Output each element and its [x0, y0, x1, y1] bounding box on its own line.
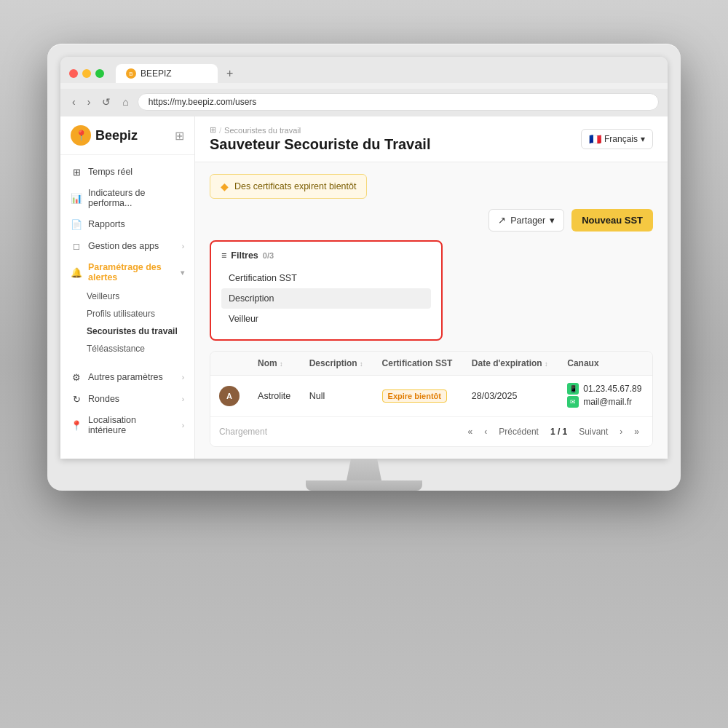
- close-button[interactable]: [69, 69, 78, 78]
- table-row: A Astrolite Null Expire bientôt 28/03/20…: [210, 376, 652, 417]
- tab-title: BEEPIZ: [141, 68, 172, 79]
- sidebar-item-parametrage[interactable]: 🔔 Paramétrage des alertes ▾: [60, 257, 194, 288]
- share-label: Partager: [510, 215, 545, 226]
- pagination-controls: « ‹ Précédent 1 / 1 Suivant › »: [464, 424, 644, 439]
- grid-icon[interactable]: ⊞: [175, 129, 184, 143]
- breadcrumb-home: ⊞: [210, 125, 216, 135]
- filter-count: 0/3: [263, 251, 274, 260]
- share-arrow-icon: ▾: [550, 215, 555, 226]
- breadcrumb: ⊞ / Secouristes du travail: [210, 125, 430, 135]
- sidebar-item-label: Rapports: [88, 219, 125, 229]
- new-sst-button[interactable]: Nouveau SST: [571, 209, 653, 232]
- col-description[interactable]: Description ↕: [301, 352, 373, 376]
- sidebar-item-label: Rondes: [88, 394, 119, 404]
- sidebar-item-localisation[interactable]: 📍 Localisation intérieure ›: [60, 410, 194, 440]
- autres-params-icon: ⚙: [71, 371, 82, 383]
- sidebar: 📍 Beepiz ⊞ ⊞ Temps réel 📊 Indicateurs de…: [60, 116, 195, 459]
- filter-header: ≡ Filtres 0/3: [221, 250, 431, 261]
- filter-option-description[interactable]: Description: [221, 288, 431, 309]
- forward-button[interactable]: ›: [84, 95, 94, 109]
- sidebar-sub-teleassistance[interactable]: Téléassistance: [60, 340, 194, 357]
- phone-icon: 📱: [567, 383, 579, 395]
- sidebar-sub-secouristes[interactable]: Secouristes du travail: [60, 323, 194, 340]
- filter-option-certification[interactable]: Certification SST: [221, 268, 431, 288]
- cell-name: Astrolite: [249, 376, 301, 417]
- minimize-button[interactable]: [82, 69, 91, 78]
- col-expiration[interactable]: Date d'expiration ↕: [463, 352, 558, 376]
- sidebar-item-label: Autres paramètres: [88, 372, 163, 382]
- filter-icon: ≡: [221, 250, 226, 261]
- sidebar-item-label: Indicateurs de performa...: [88, 188, 184, 208]
- sidebar-item-label: Paramétrage des alertes: [88, 262, 175, 282]
- first-page-button[interactable]: «: [464, 424, 478, 439]
- back-button[interactable]: ‹: [69, 95, 79, 109]
- chevron-down-icon: ▾: [641, 134, 645, 144]
- sidebar-item-gestion-apps[interactable]: □ Gestion des apps ›: [60, 235, 194, 257]
- sidebar-sub-profils[interactable]: Profils utilisateurs: [60, 305, 194, 323]
- filter-option-veilleur[interactable]: Veilleur: [221, 309, 431, 329]
- pagination: Chargement « ‹ Précédent 1 / 1 Suivant ›…: [210, 416, 652, 446]
- status-badge: Expire bientôt: [382, 389, 447, 403]
- col-nom[interactable]: Nom ↕: [249, 352, 301, 376]
- cell-expiration: 28/03/2025: [463, 376, 558, 417]
- language-selector[interactable]: 🇫🇷 Français ▾: [581, 129, 653, 149]
- indicateurs-icon: 📊: [71, 192, 82, 204]
- breadcrumb-section: Secouristes du travail: [224, 126, 301, 135]
- col-avatar: [210, 352, 249, 376]
- logo-text: Beepiz: [95, 128, 138, 143]
- traffic-lights: [69, 69, 104, 78]
- arrow-icon: ›: [182, 395, 184, 403]
- email-address: mail@mail.fr: [583, 397, 632, 407]
- loading-text: Chargement: [219, 427, 267, 437]
- last-page-button[interactable]: »: [630, 424, 644, 439]
- logo: 📍 Beepiz: [71, 125, 138, 146]
- next-label-button[interactable]: Suivant: [574, 424, 612, 439]
- sidebar-item-rondes[interactable]: ↻ Rondes ›: [60, 388, 194, 410]
- cell-description: Null: [301, 376, 373, 417]
- data-table: Nom ↕ Description ↕ Certification SST Da…: [210, 351, 653, 447]
- sidebar-item-label: Localisation intérieure: [88, 415, 176, 435]
- parametrage-icon: 🔔: [71, 266, 82, 278]
- arrow-icon: ›: [182, 373, 184, 381]
- home-button[interactable]: ⌂: [119, 95, 131, 109]
- stand-base: [306, 480, 422, 491]
- reload-button[interactable]: ↺: [99, 95, 114, 109]
- tab-favicon: B: [126, 68, 136, 79]
- sidebar-item-label: Gestion des apps: [88, 241, 159, 251]
- next-arrow-button[interactable]: ›: [615, 424, 627, 439]
- url-bar[interactable]: https://my.beepiz.com/users: [138, 93, 659, 111]
- main-header: ⊞ / Secouristes du travail Sauveteur Sec…: [195, 116, 668, 162]
- stand-neck: [342, 459, 386, 480]
- prev-label-button[interactable]: Précédent: [494, 424, 543, 439]
- alert-text: Des certificats expirent bientôt: [234, 181, 356, 191]
- share-button[interactable]: ↗ Partager ▾: [488, 209, 564, 232]
- page-title: Sauveteur Secouriste du Travail: [210, 136, 430, 153]
- sidebar-item-temps-reel[interactable]: ⊞ Temps réel: [60, 161, 194, 183]
- sidebar-item-autres-params[interactable]: ⚙ Autres paramètres ›: [60, 366, 194, 388]
- address-bar-row: ‹ › ↺ ⌂ https://my.beepiz.com/users: [60, 89, 668, 116]
- logo-icon: 📍: [71, 125, 91, 146]
- main-content: ⊞ / Secouristes du travail Sauveteur Sec…: [195, 116, 668, 459]
- sidebar-sub-veilleurs[interactable]: Veilleurs: [60, 288, 194, 305]
- lang-label: Français: [604, 134, 638, 144]
- prev-arrow-button[interactable]: ‹: [480, 424, 491, 439]
- browser-tab[interactable]: B BEEPIZ: [116, 64, 218, 83]
- temps-reel-icon: ⊞: [71, 166, 82, 178]
- arrow-icon: ▾: [181, 269, 184, 277]
- new-tab-button[interactable]: +: [221, 64, 239, 83]
- arrow-icon: ›: [182, 242, 184, 250]
- maximize-button[interactable]: [95, 69, 104, 78]
- sidebar-item-indicateurs[interactable]: 📊 Indicateurs de performa...: [60, 183, 194, 213]
- content-area: ◆ Des certificats expirent bientôt ↗ Par…: [195, 162, 668, 459]
- page-info: 1 / 1: [546, 424, 571, 439]
- filter-panel: ≡ Filtres 0/3 Certification SST Descript…: [210, 240, 443, 341]
- sidebar-item-rapports[interactable]: 📄 Rapports: [60, 213, 194, 235]
- channel-email: ✉ mail@mail.fr: [567, 396, 644, 408]
- phone-number: 01.23.45.67.89: [583, 384, 641, 394]
- sidebar-item-label: Temps réel: [88, 167, 132, 177]
- warning-icon: ◆: [221, 181, 229, 192]
- rondes-icon: ↻: [71, 393, 82, 405]
- arrow-icon: ›: [182, 422, 184, 430]
- breadcrumb-separator: /: [219, 126, 221, 135]
- share-icon: ↗: [498, 215, 506, 226]
